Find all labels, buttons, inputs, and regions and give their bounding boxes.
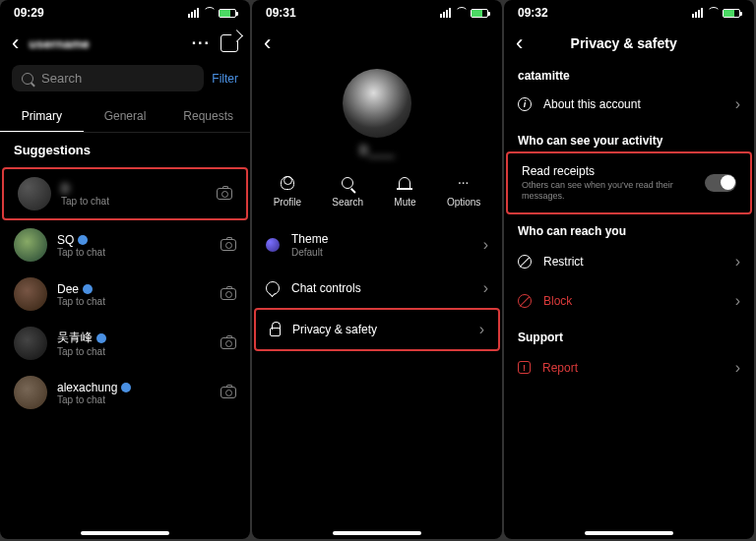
status-bar: 09:32: [504, 0, 754, 26]
battery-icon: [723, 9, 740, 18]
profile-icon: [281, 176, 294, 190]
search-input[interactable]: Search: [12, 65, 204, 91]
back-icon[interactable]: ‹: [264, 30, 271, 56]
verified-icon: [96, 333, 106, 343]
section-reach: Who can reach you: [504, 214, 754, 242]
chat-sub: Tap to chat: [57, 296, 211, 307]
header: ‹ username ···: [0, 26, 250, 61]
account-username: catamitte: [504, 61, 754, 85]
signal-icon: [692, 8, 703, 18]
chat-name: SQ: [57, 233, 74, 247]
about-label: About this account: [543, 97, 724, 111]
highlight-read-receipts: Read receipts Others can see when you've…: [506, 151, 752, 214]
chevron-right-icon: ›: [483, 279, 488, 297]
action-row: Profile Search Mute ···Options: [252, 167, 502, 221]
read-receipts-label: Read receipts: [522, 164, 693, 178]
row-about-account[interactable]: i About this account ›: [504, 85, 754, 124]
profile-avatar[interactable]: [343, 69, 411, 138]
header: ‹ Privacy & safety: [504, 26, 754, 61]
clock: 09:29: [14, 6, 44, 20]
wifi-icon: [455, 9, 467, 18]
row-chat-controls[interactable]: Chat controls ›: [252, 269, 502, 308]
wifi-icon: [707, 9, 719, 18]
bell-icon: [399, 177, 410, 190]
camera-icon[interactable]: [220, 337, 236, 349]
pane-profile: 09:31 ‹ D____ Profile Search Mute ···Opt…: [252, 0, 502, 539]
chat-name: 吴青峰: [57, 330, 93, 346]
row-block[interactable]: Block ›: [504, 281, 754, 321]
home-indicator[interactable]: [81, 531, 169, 535]
battery-icon: [219, 9, 236, 18]
chevron-right-icon: ›: [735, 95, 740, 113]
avatar[interactable]: [14, 327, 47, 360]
tab-primary[interactable]: Primary: [0, 101, 84, 132]
search-placeholder: Search: [41, 71, 82, 86]
tab-general[interactable]: General: [84, 101, 167, 132]
avatar[interactable]: [18, 177, 51, 210]
verified-icon: [121, 383, 131, 392]
home-indicator[interactable]: [585, 531, 673, 535]
read-receipts-sub: Others can see when you've read their me…: [522, 180, 693, 202]
action-options[interactable]: ···Options: [447, 173, 480, 208]
highlight-chat-row: D Tap to chat: [2, 167, 248, 220]
restrict-icon: [518, 255, 532, 269]
chat-text: D Tap to chat: [61, 182, 207, 207]
avatar[interactable]: [14, 277, 47, 311]
row-privacy-safety[interactable]: Privacy & safety ›: [256, 310, 498, 349]
camera-icon[interactable]: [217, 188, 232, 200]
header: ‹: [252, 26, 502, 61]
row-restrict[interactable]: Restrict ›: [504, 242, 754, 281]
camera-icon[interactable]: [220, 387, 236, 398]
camera-icon[interactable]: [220, 288, 236, 300]
status-bar: 09:29: [0, 0, 250, 26]
tab-requests[interactable]: Requests: [166, 101, 250, 132]
chat-row[interactable]: 吴青峰 Tap to chat: [0, 319, 250, 368]
row-read-receipts[interactable]: Read receipts Others can see when you've…: [508, 153, 750, 212]
report-label: Report: [542, 361, 724, 375]
back-icon[interactable]: ‹: [12, 30, 19, 56]
wifi-icon: [203, 9, 215, 18]
tabs: Primary General Requests: [0, 101, 250, 133]
read-receipts-toggle[interactable]: [705, 174, 736, 192]
chat-controls-label: Chat controls: [291, 281, 472, 295]
status-bar: 09:31: [252, 0, 502, 26]
compose-icon[interactable]: [220, 34, 238, 52]
section-support: Support: [504, 321, 754, 348]
back-icon[interactable]: ‹: [516, 30, 523, 56]
more-icon[interactable]: ···: [192, 34, 211, 52]
theme-label: Theme: [291, 232, 472, 246]
avatar[interactable]: [14, 228, 47, 262]
row-theme[interactable]: Theme Default ›: [252, 221, 502, 269]
row-report[interactable]: ! Report ›: [504, 348, 754, 388]
chat-row[interactable]: D Tap to chat: [4, 169, 246, 218]
pane-privacy-safety: 09:32 ‹ Privacy & safety catamitte i Abo…: [504, 0, 754, 539]
privacy-safety-label: Privacy & safety: [292, 323, 468, 336]
chat-icon: [266, 281, 280, 295]
camera-icon[interactable]: [220, 239, 236, 251]
clock: 09:32: [518, 6, 548, 20]
chat-sub: Tap to chat: [61, 196, 207, 207]
chat-row[interactable]: Dee Tap to chat: [0, 270, 250, 319]
verified-icon: [83, 284, 93, 294]
info-icon: i: [518, 97, 532, 111]
chat-row[interactable]: alexachung Tap to chat: [0, 368, 250, 417]
block-icon: [518, 294, 532, 308]
home-indicator[interactable]: [333, 531, 421, 535]
lock-icon: [270, 328, 281, 336]
verified-icon: [78, 235, 88, 245]
filter-link[interactable]: Filter: [212, 72, 238, 86]
chat-sub: Tap to chat: [57, 346, 211, 357]
profile-name: D____: [252, 144, 502, 157]
header-username[interactable]: username: [29, 36, 89, 51]
action-mute[interactable]: Mute: [394, 173, 415, 208]
signal-icon: [440, 8, 451, 18]
avatar[interactable]: [14, 376, 47, 409]
chat-row[interactable]: SQ Tap to chat: [0, 220, 250, 270]
status-icons: [188, 6, 236, 20]
action-profile[interactable]: Profile: [274, 173, 301, 208]
action-search[interactable]: Search: [332, 173, 363, 208]
header-title: Privacy & safety: [533, 35, 715, 51]
chevron-right-icon: ›: [483, 236, 488, 254]
theme-icon: [266, 238, 280, 252]
chevron-right-icon: ›: [735, 359, 740, 377]
